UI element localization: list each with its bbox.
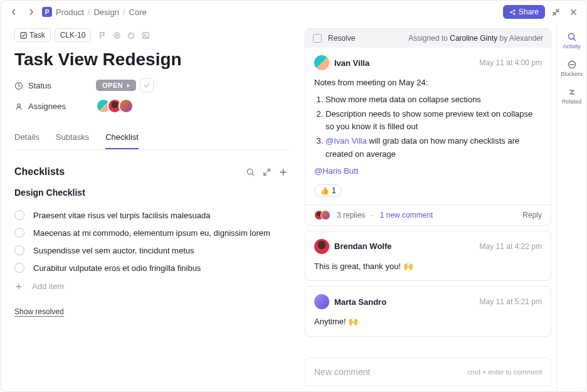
reply-avatars — [314, 210, 331, 220]
comment-body: Anytime! 🙌 — [314, 315, 542, 329]
breadcrumb: P Product / Design / Core — [42, 7, 147, 17]
status-complete-button[interactable] — [140, 78, 154, 92]
checklist-item: Praesent vitae risus vel turpis facilisi… — [14, 206, 291, 224]
search-icon[interactable] — [242, 164, 258, 180]
task-icon — [20, 32, 27, 39]
comment-author: Ivan Villa — [334, 58, 369, 68]
comment: Brendan Wolfe May 11 at 4:22 pm This is … — [305, 231, 551, 282]
share-button[interactable]: Share — [503, 5, 545, 19]
checklist-checkbox[interactable] — [14, 210, 24, 220]
avatar — [314, 294, 329, 309]
checklist-item: Suspendisse vel sem auctor, tincidunt me… — [14, 241, 291, 259]
share-icon — [509, 9, 516, 16]
reaction-emoji: 👍 — [320, 186, 329, 195]
comment-thread: Resolve Assigned to Caroline Ginty by Al… — [305, 28, 551, 226]
status-label: Status — [14, 80, 96, 90]
avatar — [119, 98, 134, 114]
assignee-avatars[interactable] — [96, 98, 134, 114]
checklist-title: Design Checklist — [14, 188, 291, 198]
comment-body: Notes from meeting on May 24: Show more … — [314, 77, 542, 178]
avatar — [314, 239, 329, 254]
replies-count[interactable]: 3 replies — [337, 211, 365, 220]
reply-button[interactable]: Reply — [522, 211, 542, 220]
status-value: OPEN — [102, 82, 123, 89]
status-badge[interactable]: OPEN — [96, 80, 136, 91]
checklist-checkbox[interactable] — [14, 263, 24, 273]
checklist-item-text: Suspendisse vel sem auctor, tincidunt me… — [33, 246, 194, 255]
target-icon[interactable] — [113, 29, 121, 41]
comment-author: Marta Sandro — [334, 297, 386, 307]
svg-point-6 — [130, 34, 130, 34]
assignment-info: Assigned to Caroline Ginty by Alexander — [408, 34, 543, 43]
related-icon — [567, 87, 577, 97]
tab-checklist[interactable]: Checklist — [105, 126, 139, 149]
person-icon — [14, 101, 23, 111]
task-type-label: Task — [29, 31, 45, 40]
add-checklist-item[interactable]: Add item — [14, 277, 291, 296]
share-label: Share — [519, 8, 539, 16]
composer-placeholder: New comment — [314, 367, 370, 377]
comment-body: This is great, thank you! 🙌 — [314, 260, 542, 273]
activity-panel: Resolve Assigned to Caroline Ginty by Al… — [305, 23, 556, 391]
comment-composer[interactable]: New comment cmd + enter to comment — [305, 358, 551, 386]
svg-point-5 — [116, 34, 119, 37]
rail-activity[interactable]: Activity — [558, 27, 586, 55]
mention[interactable]: @Haris Butt — [314, 166, 358, 176]
checklist-checkbox[interactable] — [14, 245, 24, 255]
add-checklist-icon[interactable] — [275, 164, 291, 180]
expand-icon[interactable] — [258, 164, 275, 180]
tag-icon[interactable] — [127, 29, 135, 41]
resolve-checkbox[interactable] — [313, 34, 322, 43]
comment-author: Brendan Wolfe — [334, 241, 392, 251]
rail-blockers[interactable]: Blockers — [558, 55, 586, 82]
checklist-item-text: Curabitur vulputate eros et odio fringil… — [33, 263, 201, 273]
mention[interactable]: @Ivan Villa — [325, 136, 367, 146]
rail-label: Related — [562, 98, 581, 105]
rail-related[interactable]: Related — [558, 82, 586, 110]
crumb-product[interactable]: Product — [56, 8, 84, 17]
comment-time: May 11 at 4:22 pm — [480, 242, 542, 251]
comment-time: May 11 at 4:00 pm — [480, 58, 542, 67]
task-type-chip[interactable]: Task — [14, 28, 51, 42]
svg-point-4 — [114, 33, 120, 38]
image-icon[interactable] — [142, 29, 150, 41]
tab-subtasks[interactable]: Subtasks — [56, 126, 89, 149]
check-icon — [143, 82, 151, 89]
product-icon: P — [42, 7, 52, 17]
status-icon — [14, 80, 23, 90]
blockers-icon — [567, 60, 577, 70]
tab-details[interactable]: Details — [14, 126, 40, 149]
checklist-item-text: Maecenas at mi commodo, elementum ipsum … — [33, 228, 270, 238]
svg-point-8 — [144, 34, 145, 35]
svg-rect-7 — [143, 33, 149, 38]
crumb-design[interactable]: Design — [93, 8, 119, 17]
checklist-item-text: Praesent vitae risus vel turpis facilisi… — [33, 211, 211, 220]
checklist-checkbox[interactable] — [14, 228, 24, 238]
right-rail: Activity Blockers Related — [556, 23, 586, 391]
reaction-count: 1 — [332, 186, 336, 195]
flag-icon[interactable] — [98, 29, 107, 41]
resolve-label: Resolve — [328, 34, 355, 43]
task-title: Task View Redesign — [14, 50, 291, 70]
close-icon[interactable] — [566, 5, 580, 19]
composer-hint: cmd + enter to comment — [467, 368, 542, 376]
avatar — [314, 55, 329, 70]
checklist-item: Maecenas at mi commodo, elementum ipsum … — [14, 224, 291, 241]
svg-point-10 — [18, 103, 21, 107]
checklist-item: Curabitur vulputate eros et odio fringil… — [14, 259, 291, 277]
nav-forward[interactable] — [24, 5, 38, 19]
show-resolved-link[interactable]: Show resolved — [14, 307, 64, 317]
new-comment-indicator[interactable]: 1 new comment — [380, 211, 433, 220]
crumb-core[interactable]: Core — [129, 8, 147, 17]
reaction-chip[interactable]: 👍 1 — [314, 184, 342, 197]
comment-time: May 11 at 5:21 pm — [480, 297, 542, 306]
task-id-chip[interactable]: CLK-10 — [55, 28, 92, 42]
play-icon — [125, 83, 131, 88]
rail-label: Activity — [563, 43, 581, 50]
collapse-icon[interactable] — [549, 5, 563, 19]
task-detail-pane: Task CLK-10 Task View Redesign Status — [1, 23, 305, 391]
plus-icon — [14, 282, 23, 291]
comment: Marta Sandro May 11 at 5:21 pm Anytime! … — [305, 286, 551, 337]
assignees-label: Assignees — [14, 101, 96, 111]
nav-back[interactable] — [7, 5, 21, 19]
